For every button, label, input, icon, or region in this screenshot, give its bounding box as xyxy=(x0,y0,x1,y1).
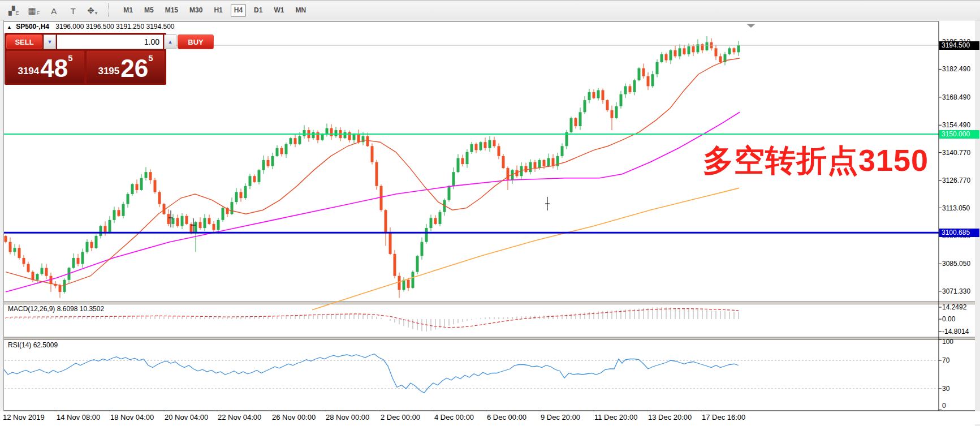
time-axis-label: 6 Dec 00:00 xyxy=(487,413,526,421)
chart-annotation-text: 多空转折点3150 xyxy=(703,140,929,182)
rsi-label: RSI(14) 62.5009 xyxy=(8,341,58,349)
time-axis-label: 14 Nov 08:00 xyxy=(57,413,100,421)
time-axis-label: 9 Dec 20:00 xyxy=(541,413,580,421)
expert-charts-icon[interactable]: ▞E xyxy=(6,3,22,18)
volume-input[interactable] xyxy=(57,35,163,49)
rsi-tick-label: 100 xyxy=(942,338,953,346)
buy-price-box[interactable]: 3195 26 5 xyxy=(87,51,165,83)
time-axis-label: 20 Nov 04:00 xyxy=(165,413,208,421)
macd-label: MACD(12,26,9) 8.6098 10.3502 xyxy=(8,305,104,313)
toolbar-separator xyxy=(108,3,109,17)
sell-price-main: 48 xyxy=(40,57,68,80)
symbol-name: SP500-,H4 xyxy=(16,23,49,31)
time-axis-label: 22 Nov 04:00 xyxy=(218,413,261,421)
price-tick-label: 3168.490 xyxy=(942,93,970,101)
price-tick-label: 3182.490 xyxy=(942,65,970,73)
rsi-tick-label: 0 xyxy=(942,402,946,410)
price-tick-label: 3154.490 xyxy=(942,121,970,129)
time-axis-label: 13 Dec 20:00 xyxy=(648,413,692,421)
price-tick-label: 3085.050 xyxy=(942,260,970,268)
price-tick-label: 3113.050 xyxy=(942,204,970,212)
sell-price-box[interactable]: 3194 48 5 xyxy=(6,51,84,83)
price-tick-label: 3126.770 xyxy=(942,177,970,184)
time-axis-label: 26 Nov 00:00 xyxy=(272,413,316,421)
buy-button[interactable]: BUY xyxy=(178,35,214,49)
text-box-icon[interactable]: T xyxy=(65,3,81,18)
time-axis-label: 11 Dec 20:00 xyxy=(594,413,637,421)
blue-line-badge: 3100.685 xyxy=(939,229,979,237)
time-axis-label: 18 Nov 04:00 xyxy=(110,413,154,421)
macd-tick-label: 14.2492 xyxy=(942,303,966,311)
time-axis-label: 4 Dec 00:00 xyxy=(434,413,474,421)
symbol-header: ▲ SP500-,H4 3196.000 3196.500 3191.250 3… xyxy=(7,23,175,31)
buy-price-main: 26 xyxy=(120,57,148,80)
sell-price-pip: 5 xyxy=(68,53,72,63)
time-axis-label: 17 Dec 16:00 xyxy=(702,413,745,421)
sell-button[interactable]: SELL xyxy=(6,35,42,49)
timeframe-h1[interactable]: H1 xyxy=(210,4,226,17)
collapse-arrow-icon[interactable]: ▲ xyxy=(7,24,12,30)
one-click-trading-panel: SELL ▼ ▲ BUY 3194 48 5 3195 26 5 xyxy=(5,33,166,85)
timeframe-w1[interactable]: W1 xyxy=(270,4,287,17)
volume-decrease-button[interactable]: ▼ xyxy=(44,35,56,49)
mt4-window: ▞E▦FAT✥▾ M1M5M15M30H1H4D1W1MN ▲ SP500-,H… xyxy=(0,0,980,426)
tool-icons-group: ▞E▦FAT✥▾ xyxy=(0,3,100,18)
time-axis-label: 2 Dec 00:00 xyxy=(381,413,420,421)
rsi-tick-label: 70 xyxy=(942,356,949,364)
time-axis-label: 28 Nov 00:00 xyxy=(326,413,369,421)
price-tick-label: 3071.330 xyxy=(942,287,970,295)
rsi-tick-label: 30 xyxy=(942,385,949,393)
buy-price-pip: 5 xyxy=(148,53,153,63)
sell-price-prefix: 3194 xyxy=(18,66,39,77)
time-axis[interactable]: 12 Nov 201914 Nov 08:0018 Nov 04:0020 No… xyxy=(0,411,980,424)
current-price-badge: 3194.500 xyxy=(939,41,979,50)
timeframe-group: M1M5M15M30H1H4D1W1MN xyxy=(114,4,310,17)
grid-f-icon[interactable]: ▦F xyxy=(25,3,43,18)
symbol-ohlc-values: 3196.000 3196.500 3191.250 3194.500 xyxy=(55,23,174,31)
window-left-edge xyxy=(0,20,4,424)
chart-area[interactable] xyxy=(5,31,939,411)
toolbar: ▞E▦FAT✥▾ M1M5M15M30H1H4D1W1MN xyxy=(0,0,980,20)
price-tick-label: 3140.770 xyxy=(942,149,970,157)
label-a-icon[interactable]: A xyxy=(46,3,62,18)
macd-tick-label: -14.8014 xyxy=(942,328,969,335)
timeframe-h4[interactable]: H4 xyxy=(231,4,246,17)
timeframe-m30[interactable]: M30 xyxy=(186,4,206,17)
cursor-tool-icon[interactable]: ✥▾ xyxy=(84,3,100,18)
timeframe-m1[interactable]: M1 xyxy=(120,4,136,17)
timeframe-d1[interactable]: D1 xyxy=(251,4,266,17)
volume-increase-button[interactable]: ▲ xyxy=(164,35,176,49)
macd-tick-label: 0.00 xyxy=(942,315,955,323)
price-axis[interactable]: 3196.2103182.4903168.4903154.4903140.770… xyxy=(939,20,980,412)
timeframe-m5[interactable]: M5 xyxy=(141,4,157,17)
green-line-badge: 3150.000 xyxy=(939,130,979,139)
time-axis-label: 12 Nov 2019 xyxy=(3,413,45,421)
buy-price-prefix: 3195 xyxy=(98,66,119,77)
timeframe-m15[interactable]: M15 xyxy=(162,4,182,17)
timeframe-mn[interactable]: MN xyxy=(292,4,309,17)
